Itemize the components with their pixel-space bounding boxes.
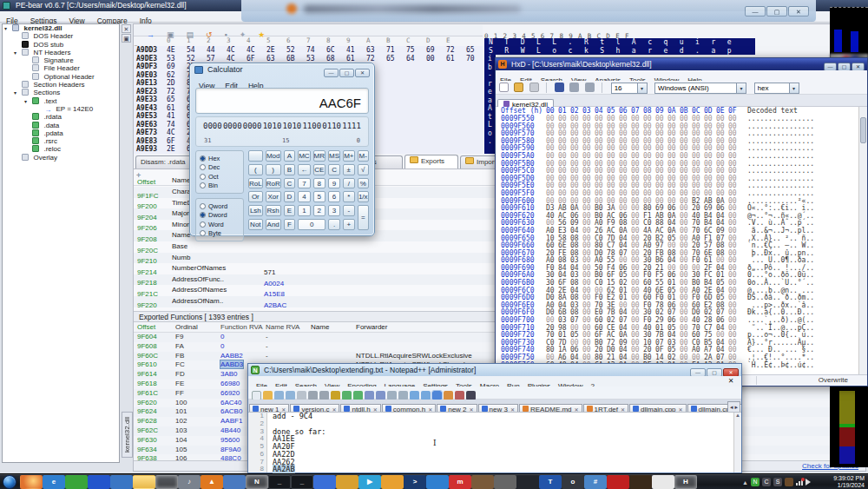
calculator-key[interactable]: C [284,178,295,189]
npp-editor[interactable]: 12345678 add - 9C4done so far:AA1EEAA20F… [248,413,741,472]
ascii-panel-selection[interactable]: NTDLL.RtlAcquireSRWLockShared.ap [484,38,755,55]
calculator-key[interactable]: 2 [313,205,326,216]
calculator-key[interactable]: Xor [266,191,281,202]
base-radio-option[interactable]: Oct [200,172,240,182]
tree-expander-icon[interactable]: ▾ [14,50,20,57]
text-area[interactable]: add - 9C4done so far:AA1EEAA20FAA22DAA26… [267,413,741,472]
taskbar-app-icon[interactable]: H [674,475,697,489]
taskbar-app-icon[interactable]: o [562,475,584,489]
calculator-key[interactable]: M+ [343,150,354,162]
calculator-key[interactable]: * [343,191,354,202]
taskbar-app-icon[interactable]: m [449,475,471,489]
tree-expander-icon[interactable]: ▾ [24,98,30,106]
word-size-radio-option[interactable]: Qword [200,202,240,211]
calculator-key[interactable]: RoR [266,178,281,189]
new-file-icon[interactable] [499,83,509,92]
calculator-key[interactable]: Mod [266,150,281,162]
minimize-button[interactable]: — [745,6,766,17]
tree-item[interactable]: ▾ kernel32.dll [3,24,119,32]
calculator-key[interactable]: And [266,219,281,230]
tray-icon-app[interactable] [785,478,793,486]
taskbar-app-icon[interactable] [426,475,449,489]
calculator-key[interactable]: 1/x [358,191,369,202]
taskbar-app-icon[interactable] [313,475,336,489]
maximize-button[interactable]: ▢ [339,69,354,77]
tree-item[interactable]: ▾ Sections [3,89,119,96]
doc-close-icon[interactable]: ✕ [724,376,738,387]
jump-icon[interactable] [555,83,564,92]
calculator-key[interactable] [248,150,263,162]
start-button[interactable] [3,475,16,489]
calculator-key[interactable]: . [328,219,340,230]
hxd-vertical-scrollbar[interactable] [858,107,867,374]
calculator-key[interactable]: 9 [328,178,340,189]
taskbar-app-icon[interactable]: T [539,475,562,489]
save-icon[interactable] [529,83,539,92]
calculator-key[interactable]: - [343,205,354,216]
taskbar-app-icon[interactable] [629,475,652,489]
calculator-key[interactable]: MR [313,150,326,162]
calculator-key[interactable]: A [284,150,295,162]
tree-item[interactable]: Overlay [3,154,119,162]
hxd-hex-editor[interactable]: Offset (h)000102030405060708090A0B0C0D0E… [496,107,867,374]
calculator-key[interactable]: CE [313,164,326,175]
tree-item[interactable]: Signature [3,56,119,64]
taskbar-clock[interactable]: 9:39:02 PM 1/19/2024 [818,475,865,489]
panel-close-button[interactable]: ✕ [122,24,131,33]
word-size-radio-option[interactable]: Dword [200,211,240,221]
tree-item[interactable]: DOS Header [3,32,119,40]
calculator-key[interactable]: 3 [328,205,340,216]
document-tab[interactable]: new 2 [437,404,477,413]
tree-item[interactable]: .rdata [3,113,119,121]
tree-expander-icon[interactable]: ▾ [14,89,20,97]
taskbar-app-icon[interactable] [110,475,133,489]
calculator-key[interactable]: 8 [313,178,326,189]
taskbar-app-icon[interactable] [471,475,494,489]
tree-item[interactable]: .data [3,122,119,129]
document-tab[interactable]: new 3 [478,404,518,413]
calculator-key[interactable]: E [284,205,295,216]
calculator-key[interactable]: ← [298,164,310,175]
taskbar-app-icon[interactable] [20,475,43,489]
tab[interactable]: Exports [404,155,458,169]
tray-icon-n[interactable]: N [751,478,760,486]
taskbar-app-icon[interactable]: ▲ [201,475,223,489]
taskbar-app-icon[interactable]: e [43,475,65,489]
calculator-key[interactable]: F [284,219,295,230]
calculator-key[interactable]: D [284,191,295,202]
taskbar-app-icon[interactable] [65,475,88,489]
calculator-key[interactable]: √ [358,164,369,175]
document-tab[interactable]: ntdll.h [340,404,380,413]
calculator-key[interactable]: 0 [298,219,326,230]
tray-icon-s[interactable]: S [773,478,782,486]
taskbar-app-icon[interactable] [516,475,539,489]
npp-titlebar[interactable]: N C:\Users\maik\Desktop\extending.txt - … [248,364,741,376]
npp-vertical-scrollbar[interactable]: ▲ [733,413,741,472]
taskbar-app-icon[interactable]: _ [291,475,313,489]
tree-item[interactable]: DOS stub [3,41,119,49]
tree-item[interactable]: ▾ NT Headers [3,49,119,56]
calculator-key[interactable]: 6 [328,191,340,202]
calculator-key[interactable]: Or [248,191,263,202]
calculator-key[interactable]: ) [266,164,281,175]
view-mode-select[interactable]: hex▾ [754,83,799,94]
document-tab[interactable]: dllmain.cpp [629,404,687,413]
tree-item[interactable]: Optional Header [3,73,119,81]
calculator-key[interactable]: ( [248,164,263,175]
taskbar-app-icon[interactable] [155,475,178,489]
close-button[interactable]: ✕ [355,69,370,77]
base-radio-option[interactable]: Hex [200,154,240,163]
calculator-key[interactable]: / [343,178,354,189]
calculator-key[interactable]: MC [298,150,310,162]
calculator-key[interactable]: C [328,164,340,175]
calculator-key[interactable]: % [358,178,369,189]
tree-item[interactable]: .rsrc [3,137,119,145]
calculator-key[interactable]: 5 [313,191,326,202]
hex-row[interactable]: A9DD34E54444C4C2E52746C41637175697265 [134,46,483,55]
tray-expand-icon[interactable]: ▲ [742,479,748,486]
taskbar-app-icon[interactable] [88,475,110,489]
taskbar-app-icon[interactable] [494,475,516,489]
maximize-button[interactable]: ▢ [766,6,787,17]
encoding-select[interactable]: Windows (ANSI)▾ [654,83,746,94]
undo-icon[interactable] [569,83,579,92]
